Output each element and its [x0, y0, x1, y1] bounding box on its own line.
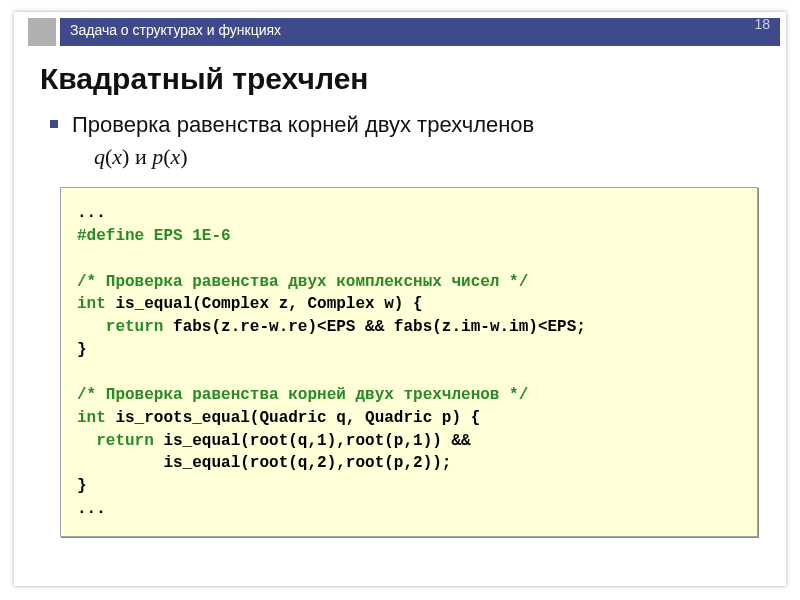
code-line: ...	[77, 204, 106, 222]
code-line: is_equal(root(q,2),root(p,2));	[77, 454, 451, 472]
page-number: 18	[754, 16, 770, 32]
bullet-text: Проверка равенства корней двух трехчлено…	[72, 112, 534, 137]
code-kw: int	[77, 409, 106, 427]
code-block: ... #define EPS 1E-6 /* Проверка равенст…	[77, 202, 741, 520]
math-paren-open-2: (	[163, 144, 170, 169]
code-line: }	[77, 477, 87, 495]
code-line: fabs(z.re-w.re)<EPS && fabs(z.im-w.im)<E…	[163, 318, 585, 336]
math-and: и	[129, 144, 152, 169]
code-line: /* Проверка равенства корней двух трехчл…	[77, 386, 528, 404]
topbar-accent-square	[28, 18, 56, 46]
bullet-item: Проверка равенства корней двух трехчлено…	[50, 110, 764, 171]
topbar: Задача о структурах и функциях 18	[20, 18, 780, 46]
code-indent	[77, 318, 106, 336]
code-kw: int	[77, 295, 106, 313]
code-indent	[77, 432, 96, 450]
bullet-math: q(x) и p(x)	[72, 142, 764, 172]
code-line: is_roots_equal(Quadric q, Quadric p) {	[106, 409, 480, 427]
code-kw: return	[106, 318, 164, 336]
code-box: ... #define EPS 1E-6 /* Проверка равенст…	[60, 187, 758, 537]
code-kw: return	[96, 432, 154, 450]
slide: Задача о структурах и функциях 18 Квадра…	[14, 12, 786, 586]
bullet-list: Проверка равенства корней двух трехчлено…	[36, 110, 764, 171]
slide-title: Квадратный трехчлен	[40, 62, 764, 96]
code-line: is_equal(root(q,1),root(p,1)) &&	[154, 432, 471, 450]
math-paren-close-2: )	[180, 144, 187, 169]
math-var-2: x	[171, 144, 181, 169]
code-line: #define EPS 1E-6	[77, 227, 231, 245]
math-q: q	[94, 144, 105, 169]
code-line: ...	[77, 500, 106, 518]
topbar-title: Задача о структурах и функциях	[70, 22, 281, 38]
math-p: p	[152, 144, 163, 169]
code-line: }	[77, 341, 87, 359]
code-line: is_equal(Complex z, Complex w) {	[106, 295, 423, 313]
code-line: /* Проверка равенства двух комплексных ч…	[77, 273, 528, 291]
math-var-1: x	[112, 144, 122, 169]
content: Квадратный трехчлен Проверка равенства к…	[14, 46, 786, 537]
